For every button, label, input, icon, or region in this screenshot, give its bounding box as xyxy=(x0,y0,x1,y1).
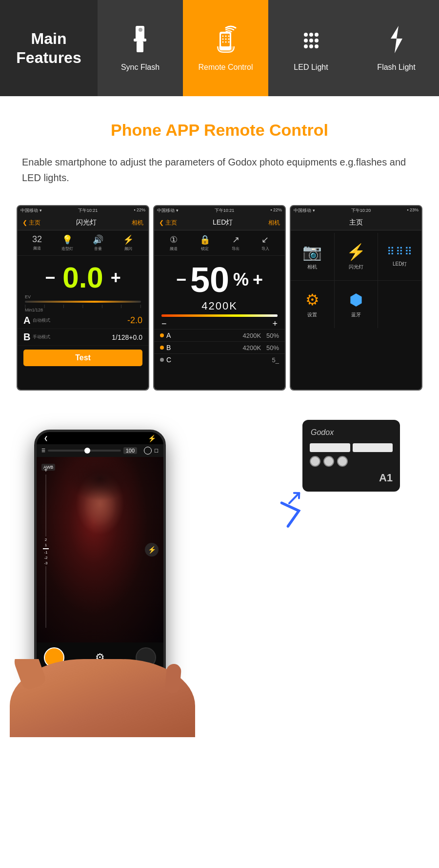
flash-light-icon xyxy=(387,25,406,58)
screen3-grid: 📷 相机 ⚡ 闪光灯 ⠿⠿⠿ LED灯 ⚙ 设置 ⬢ 蓝牙 xyxy=(291,233,421,328)
app-control-bar: ☰ 100 ☐ xyxy=(37,444,163,457)
screen1-ev-value: 0.0 xyxy=(62,261,103,294)
app-slider-thumb xyxy=(84,448,90,454)
bluetooth-label: 蓝牙 xyxy=(351,311,361,318)
screen1-row-b-label: 手动模式 xyxy=(33,334,50,340)
screen1-icon-strobe[interactable]: ⚡ 频闪 xyxy=(123,234,134,251)
screen1-tick-marks: ||||||| xyxy=(25,304,141,308)
app-back-arrow[interactable]: ❮ xyxy=(44,435,48,441)
bluetooth-icon-area xyxy=(270,490,315,543)
godox-led-strips xyxy=(310,443,393,452)
screen2-kelvin-bar xyxy=(161,314,278,317)
screen1-row-a-letter: A xyxy=(23,315,30,326)
screen1-time: 下午10:21 xyxy=(78,207,98,214)
godox-led-strip-2 xyxy=(353,443,393,452)
tab-led-light-label: LED Light xyxy=(294,63,328,72)
phone-hand-area: ❮ ⚡ ☰ 100 ☐ xyxy=(10,430,195,747)
sync-flash-icon xyxy=(130,25,151,58)
flash-icon: ⚡ xyxy=(346,243,366,261)
svg-rect-2 xyxy=(137,41,143,52)
screenshots-row: 中国移动 ▾ 下午10:21 ▪ 22% ❮ 主页 闪光灯 相机 32 频道 💡… xyxy=(0,200,439,405)
tab-remote-control[interactable]: Remote Control xyxy=(183,0,268,96)
screen1-icons-row: 32 频道 💡 造型灯 🔊 音量 ⚡ 频闪 xyxy=(18,230,148,256)
screen2-kelvin: 4200K xyxy=(154,300,285,312)
hand-shape xyxy=(10,659,195,737)
flash-toggle[interactable]: ⚡ xyxy=(145,543,159,557)
app-camera-view: AWB + 2 1 -1 -2 -3 ⚡ xyxy=(37,457,163,642)
led-light-icon xyxy=(299,25,323,58)
svg-point-23 xyxy=(315,44,319,48)
grid-cell-settings[interactable]: ⚙ 设置 xyxy=(291,281,334,328)
svg-point-8 xyxy=(228,35,229,37)
exp-bar-line xyxy=(45,475,46,537)
screen2-right[interactable]: 相机 xyxy=(268,219,280,227)
tab-flash-light[interactable]: Flash Light xyxy=(354,0,439,96)
grid-cell-bluetooth[interactable]: ⬢ 蓝牙 xyxy=(335,281,378,328)
screen1-back[interactable]: ❮ 主页 xyxy=(22,219,40,227)
description-text: Enable smartphone to adjust the paramete… xyxy=(22,154,417,186)
camera-label: 相机 xyxy=(307,264,317,270)
app-shutter-value: 100 xyxy=(123,447,137,454)
screen1-carrier: 中国移动 ▾ xyxy=(20,207,42,214)
screen1-row-b: B 手动模式 1/128+0.0 xyxy=(18,329,148,346)
screen2-status: 中国移动 ▾ 下午10:21 ▪ 22% xyxy=(154,206,285,215)
screen3-title: 主页 xyxy=(349,218,363,227)
svg-point-21 xyxy=(304,44,308,48)
svg-point-10 xyxy=(225,38,226,40)
grid-cell-camera[interactable]: 📷 相机 xyxy=(291,233,334,280)
screen2-back[interactable]: ❮ 主页 xyxy=(159,219,177,227)
svg-point-12 xyxy=(222,41,223,42)
screen1-icon-model[interactable]: 💡 造型灯 xyxy=(61,234,73,251)
led-icon: ⠿⠿⠿ xyxy=(387,246,413,258)
nav-tabs: Sync Flash xyxy=(98,0,439,96)
godox-led-dot-1 xyxy=(310,456,320,467)
svg-point-22 xyxy=(309,44,313,48)
svg-point-16 xyxy=(309,33,313,37)
svg-point-13 xyxy=(225,41,226,42)
svg-point-6 xyxy=(222,35,223,37)
screen2-channel-a: A 4200K 50% xyxy=(154,329,285,341)
screen1-right[interactable]: 相机 xyxy=(132,219,143,227)
hair-top xyxy=(66,457,134,501)
exp-marker xyxy=(43,548,49,549)
screen1-navbar: ❮ 主页 闪光灯 相机 xyxy=(18,215,148,230)
screen1-orange-bar xyxy=(25,301,141,303)
screen2-channel-b: B 4200K 50% xyxy=(154,341,285,353)
svg-point-7 xyxy=(225,35,226,37)
phone-screen-led: 中国移动 ▾ 下午10:21 ▪ 22% ❮ 主页 LED灯 相机 ① 频道 🔒… xyxy=(153,205,286,391)
screen1-test-button[interactable]: Test xyxy=(23,350,142,366)
tab-sync-flash[interactable]: Sync Flash xyxy=(98,0,183,96)
ch-a-values: 4200K 50% xyxy=(243,332,279,339)
svg-point-19 xyxy=(309,39,313,42)
grid-cell-led[interactable]: ⠿⠿⠿ LED灯 xyxy=(378,233,421,280)
flash-label: 闪光灯 xyxy=(349,264,363,270)
screen1-icon-volume[interactable]: 🔊 音量 xyxy=(93,234,103,251)
screen2-icon-import[interactable]: ↙ 导入 xyxy=(261,234,269,251)
phone-screen-menu: 中国移动 ▾ 下午10:20 ▪ 23% 主页 📷 相机 ⚡ 闪光灯 ⠿⠿⠿ L… xyxy=(290,205,422,391)
godox-led-dot-3 xyxy=(337,456,348,467)
camera-icon: 📷 xyxy=(302,243,322,261)
screen2-icon-freq[interactable]: ① 频道 xyxy=(170,234,178,251)
screen2-channel-c: C 5_ xyxy=(154,353,285,366)
screen3-content: 中国移动 ▾ 下午10:20 ▪ 23% 主页 📷 相机 ⚡ 闪光灯 ⠿⠿⠿ L… xyxy=(291,206,421,390)
app-phone-topbar: ❮ ⚡ xyxy=(37,432,163,444)
app-flash-icon: ⚡ xyxy=(148,434,156,442)
screen2-icon-export[interactable]: ↗ 导出 xyxy=(232,234,239,251)
app-slider[interactable] xyxy=(48,450,121,452)
screen2-content: 中国移动 ▾ 下午10:21 ▪ 22% ❮ 主页 LED灯 相机 ① 频道 🔒… xyxy=(154,206,285,390)
screen1-row-a-value: -2.0 xyxy=(127,315,142,326)
finger-shape xyxy=(164,663,181,694)
ch-c-values: 5_ xyxy=(272,356,279,364)
screen1-icon-channel[interactable]: 32 频道 xyxy=(32,234,42,251)
ch-b-values: 4200K 50% xyxy=(243,344,279,351)
app-phone-mockup: ❮ ⚡ ☰ 100 ☐ xyxy=(34,430,166,688)
grid-cell-flash[interactable]: ⚡ 闪光灯 xyxy=(335,233,378,280)
tab-led-light[interactable]: LED Light xyxy=(268,0,354,96)
screen1-row-a: A 自动模式 -2.0 xyxy=(18,312,148,329)
screen3-status: 中国移动 ▾ 下午10:20 ▪ 23% xyxy=(291,206,421,215)
tab-flash-light-label: Flash Light xyxy=(377,63,415,72)
tab-sync-flash-label: Sync Flash xyxy=(121,63,160,72)
grid-cell-empty xyxy=(378,281,421,328)
tab-remote-control-label: Remote Control xyxy=(198,63,253,72)
screen2-icon-lock[interactable]: 🔒 锁定 xyxy=(200,234,210,251)
